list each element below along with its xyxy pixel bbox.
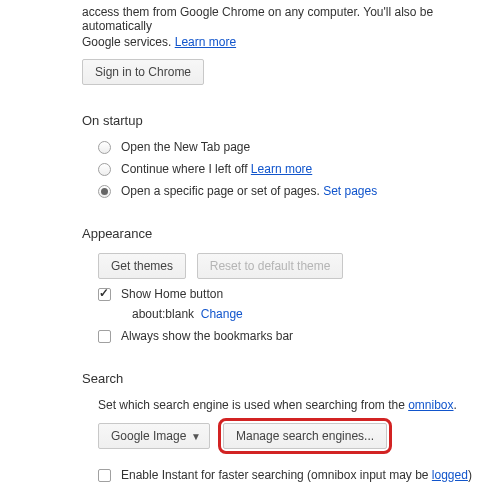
always-bookmarks-label: Always show the bookmarks bar bbox=[121, 329, 293, 343]
section-title-search: Search bbox=[82, 371, 500, 386]
search-desc-prefix: Set which search engine is used when sea… bbox=[98, 398, 408, 412]
enable-instant-row[interactable]: Enable Instant for faster searching (omn… bbox=[98, 468, 500, 482]
show-home-row[interactable]: Show Home button bbox=[98, 287, 500, 301]
sync-desc-line2: Google services. Learn more bbox=[82, 35, 500, 49]
enable-instant-label: Enable Instant for faster searching (omn… bbox=[121, 468, 472, 482]
startup-option-continue-label: Continue where I left off Learn more bbox=[121, 162, 312, 176]
instant-prefix: Enable Instant for faster searching (omn… bbox=[121, 468, 432, 482]
startup-option-continue[interactable]: Continue where I left off Learn more bbox=[98, 162, 500, 176]
startup-option-specific[interactable]: Open a specific page or set of pages. Se… bbox=[98, 184, 500, 198]
sync-desc-line2-prefix: Google services. bbox=[82, 35, 175, 49]
sync-learn-more-link[interactable]: Learn more bbox=[175, 35, 236, 49]
search-engine-select[interactable]: Google Image ▼ bbox=[98, 423, 210, 449]
radio-icon bbox=[98, 163, 111, 176]
radio-icon bbox=[98, 141, 111, 154]
home-page-value: about:blank bbox=[132, 307, 194, 321]
search-desc-suffix: . bbox=[454, 398, 457, 412]
instant-suffix: ) bbox=[468, 468, 472, 482]
startup-specific-prefix: Open a specific page or set of pages. bbox=[121, 184, 323, 198]
startup-option-specific-label: Open a specific page or set of pages. Se… bbox=[121, 184, 377, 198]
get-themes-button[interactable]: Get themes bbox=[98, 253, 186, 279]
search-desc: Set which search engine is used when sea… bbox=[98, 398, 500, 412]
section-title-startup: On startup bbox=[82, 113, 500, 128]
chevron-down-icon: ▼ bbox=[191, 431, 201, 442]
home-page-change-link[interactable]: Change bbox=[201, 307, 243, 321]
startup-continue-learn-more-link[interactable]: Learn more bbox=[251, 162, 312, 176]
checkbox-icon bbox=[98, 288, 111, 301]
instant-logged-link[interactable]: logged bbox=[432, 468, 468, 482]
startup-option-newtab-label: Open the New Tab page bbox=[121, 140, 250, 154]
radio-icon bbox=[98, 185, 111, 198]
reset-theme-button: Reset to default theme bbox=[197, 253, 344, 279]
checkbox-icon bbox=[98, 469, 111, 482]
startup-continue-prefix: Continue where I left off bbox=[121, 162, 251, 176]
sign-in-button[interactable]: Sign in to Chrome bbox=[82, 59, 204, 85]
home-page-value-row: about:blank Change bbox=[132, 307, 500, 321]
startup-set-pages-link[interactable]: Set pages bbox=[323, 184, 377, 198]
always-bookmarks-row[interactable]: Always show the bookmarks bar bbox=[98, 329, 500, 343]
highlight-annotation: Manage search engines... bbox=[218, 418, 392, 454]
search-engine-selected-label: Google Image bbox=[111, 429, 186, 443]
checkbox-icon bbox=[98, 330, 111, 343]
startup-option-newtab[interactable]: Open the New Tab page bbox=[98, 140, 500, 154]
section-title-appearance: Appearance bbox=[82, 226, 500, 241]
sync-desc-line1: access them from Google Chrome on any co… bbox=[82, 5, 500, 33]
omnibox-link[interactable]: omnibox bbox=[408, 398, 453, 412]
show-home-label: Show Home button bbox=[121, 287, 223, 301]
manage-search-engines-button[interactable]: Manage search engines... bbox=[223, 423, 387, 449]
